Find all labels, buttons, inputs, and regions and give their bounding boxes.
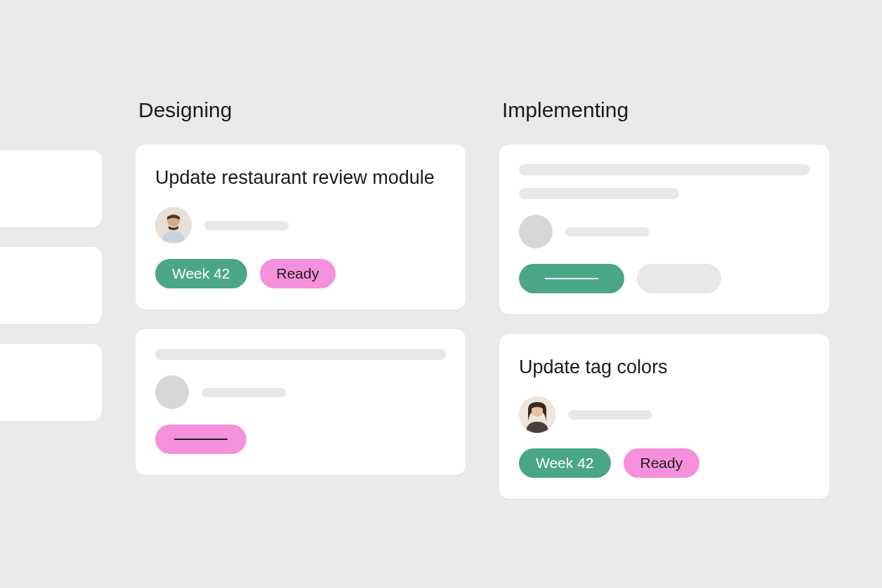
text-placeholder xyxy=(519,188,679,199)
tag-row xyxy=(155,425,446,454)
card-title: Update restaurant review module xyxy=(155,164,446,192)
kanban-board: Designing Update restaurant review modul… xyxy=(0,0,829,499)
text-placeholder xyxy=(519,164,810,175)
avatar-placeholder xyxy=(519,215,553,248)
text-placeholder xyxy=(202,388,286,397)
tag-row xyxy=(519,264,810,293)
kanban-column-prev xyxy=(0,98,102,499)
task-card[interactable]: Update tag colors Week 42 Ready xyxy=(499,334,829,499)
task-card[interactable] xyxy=(0,247,102,324)
kanban-column-designing: Designing Update restaurant review modul… xyxy=(136,98,466,499)
task-card[interactable] xyxy=(136,329,466,475)
sprint-tag[interactable]: Week 42 xyxy=(155,259,247,288)
sprint-tag-placeholder[interactable] xyxy=(519,264,624,293)
avatar-placeholder xyxy=(155,375,189,409)
assignee-row xyxy=(155,207,446,243)
task-card[interactable] xyxy=(0,150,102,227)
status-tag-placeholder[interactable] xyxy=(155,425,246,454)
avatar[interactable] xyxy=(519,396,555,433)
line-icon xyxy=(545,278,598,279)
status-tag[interactable]: Ready xyxy=(260,259,336,288)
column-title-placeholder xyxy=(0,98,102,128)
column-title: Implementing xyxy=(499,98,829,122)
column-title: Designing xyxy=(136,98,466,122)
status-tag-placeholder[interactable] xyxy=(637,264,721,293)
assignee-row xyxy=(155,375,446,409)
task-card[interactable] xyxy=(0,344,102,421)
avatar[interactable] xyxy=(155,207,192,243)
card-title: Update tag colors xyxy=(519,354,810,381)
text-placeholder xyxy=(568,410,652,420)
text-placeholder xyxy=(155,349,446,360)
status-tag[interactable]: Ready xyxy=(624,448,700,478)
tag-row: Week 42 Ready xyxy=(155,259,446,288)
assignee-row xyxy=(519,396,810,433)
sprint-tag[interactable]: Week 42 xyxy=(519,448,611,478)
assignee-row xyxy=(519,215,810,248)
tag-row: Week 42 Ready xyxy=(519,448,810,478)
line-icon xyxy=(174,439,228,440)
kanban-column-implementing: Implementing Update tag colors xyxy=(499,98,829,499)
task-card[interactable]: Update restaurant review module Week 42 … xyxy=(136,145,466,309)
task-card[interactable] xyxy=(499,145,829,314)
text-placeholder xyxy=(204,221,289,230)
text-placeholder xyxy=(565,227,650,236)
